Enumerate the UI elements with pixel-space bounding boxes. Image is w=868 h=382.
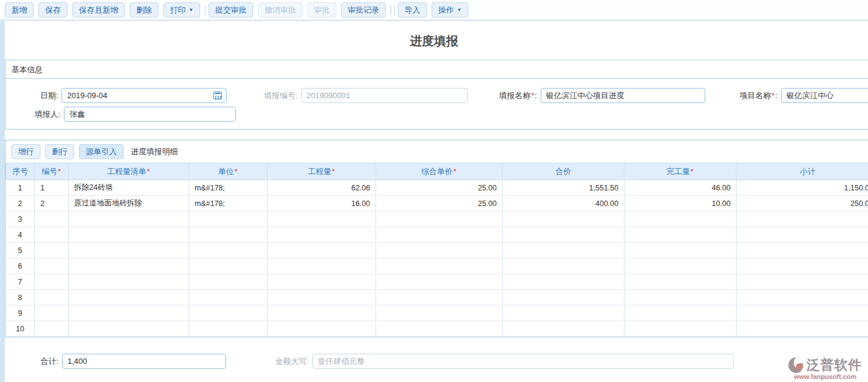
- table-cell[interactable]: [737, 243, 868, 258]
- table-cell[interactable]: [69, 290, 189, 305]
- delete-button[interactable]: 删除: [130, 2, 159, 17]
- save-and-new-button[interactable]: 保存且新增: [72, 2, 125, 17]
- table-cell[interactable]: 62.06: [268, 180, 376, 196]
- table-cell[interactable]: 拆除24砖墙: [69, 180, 189, 196]
- table-cell[interactable]: m&#178;: [189, 196, 268, 211]
- table-cell[interactable]: [737, 290, 868, 305]
- table-cell[interactable]: m&#178;: [189, 180, 268, 196]
- table-cell[interactable]: [737, 227, 868, 243]
- table-cell[interactable]: [35, 258, 69, 274]
- table-cell[interactable]: [624, 305, 737, 321]
- table-cell[interactable]: 1: [35, 180, 69, 196]
- table-cell[interactable]: [503, 274, 624, 290]
- table-cell[interactable]: [376, 211, 503, 227]
- delete-row-button[interactable]: 删行: [45, 144, 74, 159]
- table-cell[interactable]: [268, 258, 376, 274]
- table-cell[interactable]: [376, 243, 503, 258]
- table-cell[interactable]: [737, 274, 868, 290]
- table-cell[interactable]: [503, 258, 624, 274]
- table-cell[interactable]: 1,551.50: [503, 180, 624, 196]
- table-cell[interactable]: [624, 227, 737, 243]
- table-cell[interactable]: [376, 321, 503, 337]
- table-cell[interactable]: [189, 258, 268, 274]
- table-cell[interactable]: [503, 227, 624, 243]
- table-cell[interactable]: [69, 258, 189, 274]
- table-cell[interactable]: [268, 321, 376, 337]
- table-cell[interactable]: [189, 290, 268, 305]
- table-cell[interactable]: [189, 227, 268, 243]
- table-cell[interactable]: [376, 274, 503, 290]
- add-row-button[interactable]: 增行: [11, 144, 40, 159]
- table-cell[interactable]: 10.00: [624, 196, 737, 211]
- table-cell[interactable]: [35, 274, 69, 290]
- table-cell[interactable]: [624, 258, 737, 274]
- table-cell[interactable]: [69, 274, 189, 290]
- table-cell[interactable]: [69, 321, 189, 337]
- calendar-icon[interactable]: [213, 92, 222, 99]
- table-cell[interactable]: [737, 321, 868, 337]
- table-cell[interactable]: [503, 211, 624, 227]
- table-cell[interactable]: 46.00: [624, 180, 737, 196]
- table-cell[interactable]: [189, 211, 268, 227]
- table-cell[interactable]: [189, 243, 268, 258]
- table-cell[interactable]: [268, 274, 376, 290]
- table-cell[interactable]: 2: [35, 196, 69, 211]
- total-input[interactable]: [62, 354, 226, 369]
- table-cell[interactable]: 250.00: [737, 196, 868, 211]
- project-name-input[interactable]: [781, 88, 868, 103]
- table-cell[interactable]: [189, 321, 268, 337]
- source-import-button[interactable]: 源单引入: [79, 144, 124, 159]
- table-cell[interactable]: [624, 243, 737, 258]
- table-cell[interactable]: [35, 227, 69, 243]
- table-cell[interactable]: 1,150.00: [737, 180, 868, 196]
- table-cell[interactable]: [624, 290, 737, 305]
- table-cell[interactable]: [189, 274, 268, 290]
- table-cell[interactable]: [35, 211, 69, 227]
- table-cell[interactable]: [35, 305, 69, 321]
- table-cell[interactable]: [35, 321, 69, 337]
- table-cell[interactable]: 原过道地面地砖拆除: [69, 196, 189, 211]
- table-cell[interactable]: [503, 305, 624, 321]
- operate-dropdown-button[interactable]: 操作▼: [432, 2, 468, 17]
- table-cell[interactable]: [376, 227, 503, 243]
- print-dropdown-button[interactable]: 打印▼: [163, 2, 200, 17]
- report-name-input[interactable]: [541, 88, 706, 103]
- date-input[interactable]: [61, 88, 227, 103]
- table-cell[interactable]: [624, 211, 737, 227]
- table-cell[interactable]: 16.00: [268, 196, 376, 211]
- table-cell[interactable]: [69, 305, 189, 321]
- table-cell[interactable]: [624, 274, 737, 290]
- table-cell[interactable]: [268, 290, 376, 305]
- table-cell[interactable]: [268, 211, 376, 227]
- table-cell[interactable]: [737, 305, 868, 321]
- table-cell[interactable]: [69, 211, 189, 227]
- table-cell[interactable]: [35, 290, 69, 305]
- table-cell[interactable]: [737, 258, 868, 274]
- table-cell[interactable]: [376, 258, 503, 274]
- table-cell[interactable]: [503, 243, 624, 258]
- approval-records-button[interactable]: 审批记录: [341, 2, 386, 17]
- table-cell[interactable]: [69, 243, 189, 258]
- import-button[interactable]: 导入: [398, 2, 427, 17]
- table-cell[interactable]: [268, 305, 376, 321]
- table-cell[interactable]: [737, 211, 868, 227]
- table-cell[interactable]: 25.00: [376, 180, 503, 196]
- table-cell[interactable]: [503, 321, 624, 337]
- table-cell[interactable]: [268, 227, 376, 243]
- report-no-input: [301, 88, 468, 103]
- save-button[interactable]: 保存: [39, 2, 68, 17]
- table-cell[interactable]: 25.00: [376, 196, 503, 211]
- table-cell[interactable]: [376, 305, 503, 321]
- table-cell[interactable]: [268, 243, 376, 258]
- table-cell[interactable]: [69, 227, 189, 243]
- reporter-input[interactable]: [64, 107, 236, 122]
- table-cell[interactable]: [503, 290, 624, 305]
- table-cell[interactable]: 400.00: [503, 196, 624, 211]
- table-cell[interactable]: [376, 290, 503, 305]
- column-header: 小计: [737, 163, 868, 180]
- table-cell[interactable]: [624, 321, 737, 337]
- table-cell[interactable]: [189, 305, 268, 321]
- new-button[interactable]: 新增: [5, 2, 34, 17]
- table-cell[interactable]: [35, 243, 69, 258]
- submit-approval-button[interactable]: 提交审批: [209, 2, 253, 17]
